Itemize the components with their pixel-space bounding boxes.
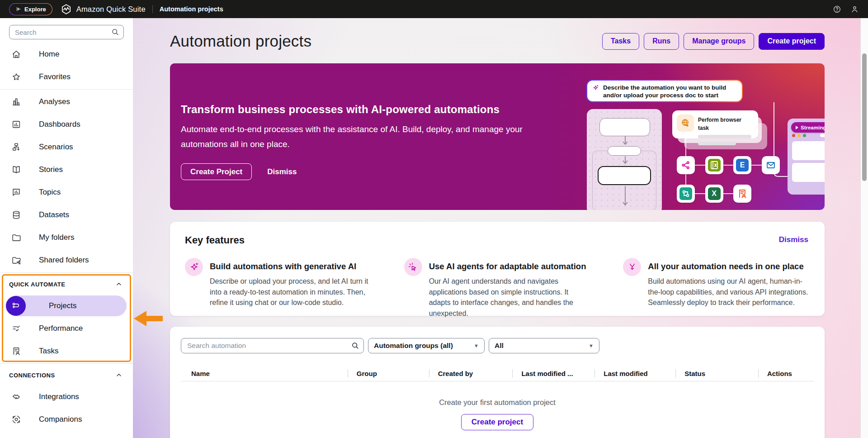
empty-state-text: Create your first automation project <box>181 398 814 407</box>
sidebar-item-integrations[interactable]: Integrations <box>0 386 133 408</box>
sidebar-item-label: Favorites <box>39 72 71 81</box>
mail-icon <box>762 156 780 174</box>
banner-title: Transform business processes with AI-pow… <box>181 103 538 116</box>
contact-icon <box>733 185 751 203</box>
scrollbar-thumb[interactable] <box>862 53 867 181</box>
folder-icon <box>11 233 21 243</box>
status-filter-select[interactable]: All ▼ <box>489 338 599 353</box>
sidebar-item-label: Shared folders <box>39 256 89 265</box>
sidebar-item-shared-folders[interactable]: Shared folders <box>0 249 133 271</box>
tasks-button[interactable]: Tasks <box>602 33 639 50</box>
chevron-up-icon <box>115 371 123 379</box>
flow-arrow <box>622 136 628 147</box>
chevron-down-icon: ▼ <box>589 343 594 348</box>
sidebar-divider <box>0 89 133 90</box>
help-icon[interactable] <box>833 5 841 14</box>
top-bar: Explore Amazon Quick Suite Automation pr… <box>0 0 868 18</box>
banner-dismiss-button[interactable]: Dismiss <box>267 167 297 176</box>
runs-button[interactable]: Runs <box>644 33 679 50</box>
sidebar-section-connections[interactable]: CONNECTIONS <box>0 365 133 386</box>
flow-arrow <box>622 186 628 208</box>
sidebar-item-label: Projects <box>49 301 76 310</box>
sidebar-search-input[interactable] <box>9 25 124 39</box>
sidebar: HomeFavoritesAnalysesDashboardsScenarios… <box>0 18 133 438</box>
table-header-row: NameGroupCreated byLast modified ...Last… <box>181 366 814 381</box>
sidebar-item-my-folders[interactable]: My folders <box>0 226 133 249</box>
sidebar-item-analyses[interactable]: Analyses <box>0 90 133 113</box>
excel-icon: X <box>705 185 723 203</box>
header-actions: TasksRunsManage groupsCreate project <box>602 33 825 50</box>
companions-icon <box>11 414 21 424</box>
feature-item: Build automations with generative AIDesc… <box>185 258 372 319</box>
flowchart-panel <box>587 109 662 210</box>
sidebar-item-performance[interactable]: Performance <box>0 317 133 340</box>
feature-text: Use AI agents for adaptable automationOu… <box>429 258 591 319</box>
banner-create-project-button[interactable]: Create Project <box>181 163 252 180</box>
sidebar-item-dashboards[interactable]: Dashboards <box>0 113 133 136</box>
sidebar-item-label: Stories <box>39 165 63 174</box>
sidebar-item-label: Home <box>39 50 59 59</box>
exchange-icon: E <box>733 156 751 174</box>
sidebar-item-favorites[interactable]: Favorites <box>0 66 133 88</box>
sidebar-section-title: QUICK AUTOMATE <box>9 281 65 288</box>
feature-title: All your automation needs in one place <box>648 262 810 271</box>
sidebar-item-topics[interactable]: Topics <box>0 181 133 204</box>
empty-create-project-button[interactable]: Create project <box>461 414 533 430</box>
automation-search-input[interactable] <box>181 338 364 353</box>
sidebar-item-label: My folders <box>39 233 74 242</box>
feature-description: Describe or upload your process, and let… <box>210 276 372 308</box>
sidebar-item-companions[interactable]: Companions <box>0 408 133 431</box>
note-icon <box>705 156 723 174</box>
flow-icon <box>677 185 695 203</box>
flow-arrow <box>622 156 628 166</box>
sidebar-item-projects[interactable]: Projects <box>0 295 133 317</box>
sparkle-icon <box>592 84 599 92</box>
quick-suite-logo-icon <box>61 4 72 15</box>
feature-title: Build automations with generative AI <box>210 262 372 271</box>
scenarios-icon <box>11 142 21 152</box>
create-project-button[interactable]: Create project <box>759 33 825 50</box>
column-header-last-modified-[interactable]: Last modified ... <box>512 366 594 381</box>
browser-task-card: Perform browser task <box>672 110 758 138</box>
sidebar-section-quick-automate[interactable]: QUICK AUTOMATE <box>0 274 133 295</box>
column-header-actions[interactable]: Actions <box>758 366 814 381</box>
sidebar-item-stories[interactable]: Stories <box>0 158 133 181</box>
feature-description: Our AI agent understands and navigates a… <box>429 276 591 319</box>
topics-icon <box>11 187 21 197</box>
browser-window-mock <box>788 119 825 195</box>
user-icon[interactable] <box>850 5 859 14</box>
key-features-title: Key features <box>185 234 810 246</box>
ai-tooltip: Describe the automation you want to buil… <box>586 80 743 102</box>
sidebar-nav: HomeFavoritesAnalysesDashboardsScenarios… <box>0 43 133 431</box>
sidebar-item-label: Companions <box>39 415 82 424</box>
promo-banner: Transform business processes with AI-pow… <box>170 63 825 210</box>
feature-title: Use AI agents for adaptable automation <box>429 262 591 271</box>
column-header-created-by[interactable]: Created by <box>429 366 513 381</box>
sidebar-item-tasks[interactable]: Tasks <box>0 340 133 362</box>
sidebar-divider <box>0 363 133 364</box>
banner-description: Automate end-to-end processes with the a… <box>181 122 538 152</box>
page: Explore Amazon Quick Suite Automation pr… <box>0 0 868 438</box>
sidebar-item-label: Tasks <box>39 347 58 356</box>
performance-icon <box>11 324 21 333</box>
manage-groups-button[interactable]: Manage groups <box>684 33 754 50</box>
group-filter-select[interactable]: Automation groups (all) ▼ <box>368 338 485 353</box>
features-dismiss-link[interactable]: Dismiss <box>779 235 808 244</box>
sidebar-item-datasets[interactable]: Datasets <box>0 204 133 226</box>
sidebar-item-label: Topics <box>39 188 61 197</box>
sidebar-item-scenarios[interactable]: Scenarios <box>0 136 133 158</box>
share-icon <box>677 156 695 174</box>
breadcrumb: Automation projects <box>160 5 223 13</box>
page-title: Automation projects <box>170 32 311 50</box>
column-header-last-modified[interactable]: Last modified <box>594 366 675 381</box>
column-header-name[interactable]: Name <box>181 366 348 381</box>
page-scrollbar[interactable] <box>860 18 868 438</box>
column-header-status[interactable]: Status <box>675 366 758 381</box>
projects-icon <box>6 296 26 316</box>
sidebar-item-label: Analyses <box>39 97 70 106</box>
column-header-group[interactable]: Group <box>348 366 429 381</box>
sidebar-item-home[interactable]: Home <box>0 43 133 66</box>
chevron-up-icon <box>115 280 123 288</box>
explore-button[interactable]: Explore <box>9 3 52 15</box>
cursor-click-icon <box>404 258 422 276</box>
